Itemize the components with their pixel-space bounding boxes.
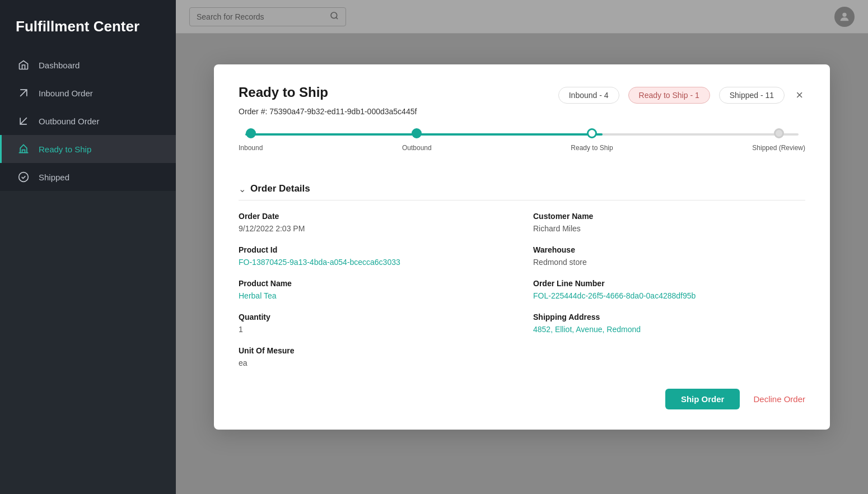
details-right: Customer Name Richard Miles Warehouse Re… [533, 212, 805, 380]
outbound-icon [17, 115, 30, 127]
sidebar-item-inbound-label: Inbound Order [39, 88, 93, 98]
field-warehouse: Warehouse Redmond store [533, 245, 805, 267]
step-dot-ready [587, 128, 597, 138]
modal-title: Ready to Ship [239, 85, 328, 100]
badge-shipped[interactable]: Shipped - 11 [719, 87, 785, 104]
close-button[interactable]: × [794, 89, 805, 101]
section-header: ⌄ Order Details [239, 183, 805, 201]
step-dot-outbound [412, 128, 422, 138]
step-label-inbound: Inbound [239, 144, 263, 152]
order-date-label: Order Date [239, 212, 511, 221]
order-line-value: FOL-225444dc-26f5-4666-8da0-0ac4288df95b [533, 291, 805, 300]
sidebar-item-ready-to-ship[interactable]: Ready to Ship [0, 135, 176, 163]
field-order-date: Order Date 9/12/2022 2:03 PM [239, 212, 511, 233]
modal-title-block: Ready to Ship [239, 85, 328, 100]
shipping-address-label: Shipping Address [533, 313, 805, 321]
sidebar: Fulfillment Center Dashboard Inbound Ord… [0, 0, 176, 494]
product-name-value: Herbal Tea [239, 291, 511, 300]
sidebar-bottom [0, 191, 176, 494]
step-inbound: Inbound [239, 128, 263, 152]
order-number-label: Order #: [239, 107, 267, 116]
product-name-label: Product Name [239, 279, 511, 288]
shipped-icon [17, 171, 30, 183]
field-unit-of-measure: Unit Of Mesure ea [239, 346, 511, 367]
details-grid: Order Date 9/12/2022 2:03 PM Product Id … [239, 212, 805, 380]
sidebar-nav: Dashboard Inbound Order Outbound Order R… [0, 51, 176, 191]
ship-order-button[interactable]: Ship Order [665, 389, 740, 409]
warehouse-value: Redmond store [533, 258, 805, 267]
sidebar-item-dashboard-label: Dashboard [39, 60, 80, 70]
step-dot-shipped [774, 128, 784, 138]
order-line-label: Order Line Number [533, 279, 805, 288]
step-shipped-review: Shipped (Review) [752, 128, 805, 152]
uom-value: ea [239, 358, 511, 367]
modal-badges: Inbound - 4 Ready to Ship - 1 Shipped - … [558, 87, 805, 104]
main-content: Ready to Ship Inbound - 4 Ready to Ship … [176, 0, 868, 494]
ship-icon [17, 143, 30, 155]
sidebar-item-outbound-label: Outbound Order [39, 116, 99, 126]
chevron-down-icon: ⌄ [239, 184, 246, 194]
modal-header: Ready to Ship Inbound - 4 Ready to Ship … [239, 85, 805, 104]
svg-line-0 [20, 90, 27, 96]
step-outbound: Outbound [402, 128, 432, 152]
field-quantity: Quantity 1 [239, 313, 511, 334]
order-number: Order #: 75390a47-9b32-ed11-9db1-000d3a5… [239, 107, 805, 116]
step-label-shipped: Shipped (Review) [752, 144, 805, 152]
inbound-icon [17, 87, 30, 99]
step-dot-inbound [246, 128, 256, 138]
order-date-value: 9/12/2022 2:03 PM [239, 224, 511, 233]
field-shipping-address: Shipping Address 4852, Elliot, Avenue, R… [533, 313, 805, 334]
app-title: Fulfillment Center [0, 0, 176, 51]
decline-order-button[interactable]: Decline Order [753, 394, 805, 404]
section-title: Order Details [250, 183, 310, 194]
field-product-name: Product Name Herbal Tea [239, 279, 511, 300]
sidebar-item-shipped[interactable]: Shipped [0, 163, 176, 191]
shipping-address-value: 4852, Elliot, Avenue, Redmond [533, 325, 805, 334]
home-icon [17, 59, 30, 71]
step-ready-to-ship: Ready to Ship [571, 128, 613, 152]
badge-ready-to-ship[interactable]: Ready to Ship - 1 [628, 87, 710, 104]
sidebar-item-inbound-order[interactable]: Inbound Order [0, 79, 176, 107]
modal-overlay: Ready to Ship Inbound - 4 Ready to Ship … [176, 0, 868, 494]
sidebar-item-dashboard[interactable]: Dashboard [0, 51, 176, 79]
uom-label: Unit Of Mesure [239, 346, 511, 355]
field-order-line-number: Order Line Number FOL-225444dc-26f5-4666… [533, 279, 805, 300]
sidebar-item-outbound-order[interactable]: Outbound Order [0, 107, 176, 135]
sidebar-item-ready-label: Ready to Ship [39, 145, 91, 154]
field-product-id: Product Id FO-13870425-9a13-4bda-a054-bc… [239, 245, 511, 267]
field-customer-name: Customer Name Richard Miles [533, 212, 805, 233]
customer-name-label: Customer Name [533, 212, 805, 221]
modal-footer: Ship Order Decline Order [239, 384, 805, 409]
step-label-ready: Ready to Ship [571, 144, 613, 152]
product-id-label: Product Id [239, 245, 511, 254]
step-label-outbound: Outbound [402, 144, 432, 152]
badge-inbound[interactable]: Inbound - 4 [558, 87, 619, 104]
quantity-value: 1 [239, 325, 511, 334]
order-number-value: 75390a47-9b32-ed11-9db1-000d3a5c445f [269, 107, 417, 116]
customer-name-value: Richard Miles [533, 224, 805, 233]
svg-point-2 [19, 173, 29, 182]
quantity-label: Quantity [239, 313, 511, 321]
product-id-value: FO-13870425-9a13-4bda-a054-bcecca6c3033 [239, 258, 511, 267]
sidebar-item-shipped-label: Shipped [39, 173, 69, 182]
svg-line-1 [20, 118, 27, 124]
warehouse-label: Warehouse [533, 245, 805, 254]
details-left: Order Date 9/12/2022 2:03 PM Product Id … [239, 212, 511, 380]
progress-container: Inbound Outbound Ready to Ship S [239, 128, 805, 167]
modal: Ready to Ship Inbound - 4 Ready to Ship … [214, 64, 830, 430]
